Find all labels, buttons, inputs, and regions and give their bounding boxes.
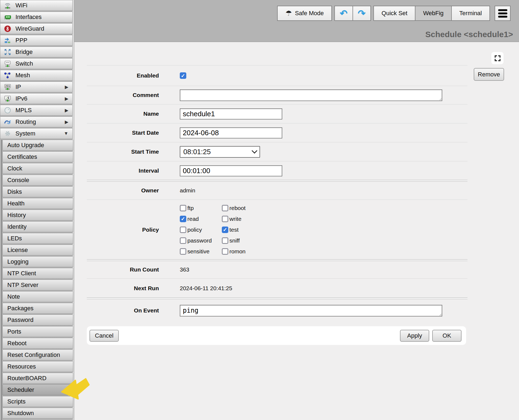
sidebar-subitem-health[interactable]: Health [2,198,73,209]
sidebar-item-label: IPv6 [15,95,27,102]
sidebar-subitem-label: Resources [7,363,36,370]
interval-label: Interval [87,167,159,174]
policy-checkbox[interactable] [180,248,186,255]
policy-option-policy[interactable]: policy [180,227,222,233]
tab-quick-set[interactable]: Quick Set [373,6,415,21]
policy-checkbox[interactable] [222,216,228,222]
sidebar-subitem-logging[interactable]: Logging [2,256,73,267]
policy-checkbox[interactable] [222,205,228,211]
expand-arrow-icon: ▶ [65,84,68,90]
start-time-select[interactable]: 08:01:25 [180,146,260,158]
form-row-name: Name [87,104,467,123]
run-count-value: 363 [180,266,189,273]
policy-option-sniff[interactable]: sniff [222,237,246,244]
safe-mode-button[interactable]: ☂ Safe Mode [277,6,332,21]
bridge-icon [4,48,12,56]
interval-input[interactable] [180,165,282,176]
policy-checkbox[interactable] [180,205,186,211]
sidebar-top-items: WiFi Interfaces WireGuard PPP Bridge [0,0,74,139]
menu-hamburger-button[interactable] [495,6,511,21]
sidebar-item-mesh[interactable]: Mesh [0,70,73,81]
svg-text:255: 255 [5,85,10,88]
sidebar-item-wifi[interactable]: WiFi [0,0,73,11]
policy-option-label: read [187,216,199,222]
apply-button[interactable]: Apply [400,330,429,342]
sidebar-subitem-packages[interactable]: Packages [2,303,73,314]
sidebar-item-bridge[interactable]: Bridge [0,47,73,57]
sidebar-subitem-label: Note [7,293,20,300]
sidebar-subitem-identity[interactable]: Identity [2,221,73,232]
sidebar-item-label: Bridge [15,49,33,56]
form-row-run-count: Run Count 363 [87,261,467,278]
comment-input[interactable] [180,89,442,101]
sidebar-subitem-reboot[interactable]: Reboot [2,338,73,349]
next-run-label: Next Run [87,285,159,292]
sidebar-item-label: Mesh [15,72,30,79]
fullscreen-button[interactable] [491,52,504,64]
undo-button[interactable]: ↶ [334,6,353,21]
sidebar-item-mpls[interactable]: MPLS ▶ [0,105,73,116]
sidebar-subitem-resources[interactable]: Resources [2,361,73,372]
sidebar-subitem-scripts[interactable]: Scripts [2,396,73,407]
sidebar-subitem-note[interactable]: Note [2,291,73,302]
policy-option-label: write [229,216,241,222]
policy-options: ftp reboot read write policy [180,205,246,255]
mesh-icon [4,72,12,79]
remove-button[interactable]: Remove [474,68,504,81]
start-date-input[interactable] [180,127,282,138]
policy-option-ftp[interactable]: ftp [180,205,222,211]
sidebar-subitem-disks[interactable]: Disks [2,186,73,197]
sidebar-subitem-ntp-client[interactable]: NTP Client [2,268,73,279]
enabled-checkbox[interactable] [180,72,186,79]
on-event-input[interactable]: ping [180,305,442,316]
sidebar-subitem-password[interactable]: Password [2,315,73,325]
tab-webfig[interactable]: WebFig [415,6,451,21]
policy-checkbox[interactable] [222,237,228,244]
start-time-value: 08:01:25 [183,148,211,156]
sidebar-item-system[interactable]: System ▼ [0,128,73,139]
sidebar-item-routing[interactable]: Routing ▶ [0,117,73,127]
sidebar-item-wireguard[interactable]: WireGuard [0,23,73,34]
sidebar-subitem-routerboard[interactable]: RouterBOARD [2,373,73,384]
form-row-policy: Policy ftp reboot read [87,199,467,259]
policy-option-write[interactable]: write [222,216,246,222]
sidebar-subitem-shutdown[interactable]: Shutdown [2,408,73,419]
sidebar-subitem-auto-upgrade[interactable]: Auto Upgrade [2,140,73,151]
policy-checkbox[interactable] [180,216,186,222]
policy-option-romon[interactable]: romon [222,248,246,255]
routing-icon [4,118,12,126]
policy-option-label: password [187,237,212,244]
sidebar-item-ipv6[interactable]: ✓6 IPv6 ▶ [0,93,73,104]
sidebar-subitem-scheduler[interactable]: Scheduler [2,385,73,395]
sidebar-item-switch[interactable]: Switch [0,58,73,69]
sidebar-item-ip[interactable]: 255 IP ▶ [0,82,73,92]
redo-button[interactable]: ↷ [353,6,371,21]
sidebar-subitem-history[interactable]: History [2,210,73,221]
policy-option-test[interactable]: test [222,227,246,233]
sidebar-subitem-reset-configuration[interactable]: Reset Configuration [2,350,73,360]
sidebar-subitem-ports[interactable]: Ports [2,326,73,337]
policy-option-sensitive[interactable]: sensitive [180,248,222,255]
sidebar-item-interfaces[interactable]: Interfaces [0,12,73,22]
hamburger-bar [498,12,507,14]
name-label: Name [87,111,159,117]
tab-terminal[interactable]: Terminal [451,6,490,21]
sidebar-subitem-certificates[interactable]: Certificates [2,151,73,162]
sidebar-subitem-leds[interactable]: LEDs [2,233,73,244]
policy-option-password[interactable]: password [180,237,222,244]
sidebar-subitem-clock[interactable]: Clock [2,163,73,174]
policy-option-reboot[interactable]: reboot [222,205,246,211]
policy-checkbox[interactable] [222,248,228,255]
name-input[interactable] [180,108,282,119]
ok-button[interactable]: OK [432,330,462,342]
cancel-button[interactable]: Cancel [89,330,119,342]
form-row-enabled: Enabled [87,65,467,86]
policy-checkbox[interactable] [222,227,228,233]
sidebar-subitem-ntp-server[interactable]: NTP Server [2,280,73,290]
sidebar-item-ppp[interactable]: PPP [0,35,73,46]
policy-checkbox[interactable] [180,237,186,244]
sidebar-subitem-license[interactable]: License [2,245,73,256]
policy-option-read[interactable]: read [180,216,222,222]
policy-checkbox[interactable] [180,227,186,233]
sidebar-subitem-console[interactable]: Console [2,175,73,186]
